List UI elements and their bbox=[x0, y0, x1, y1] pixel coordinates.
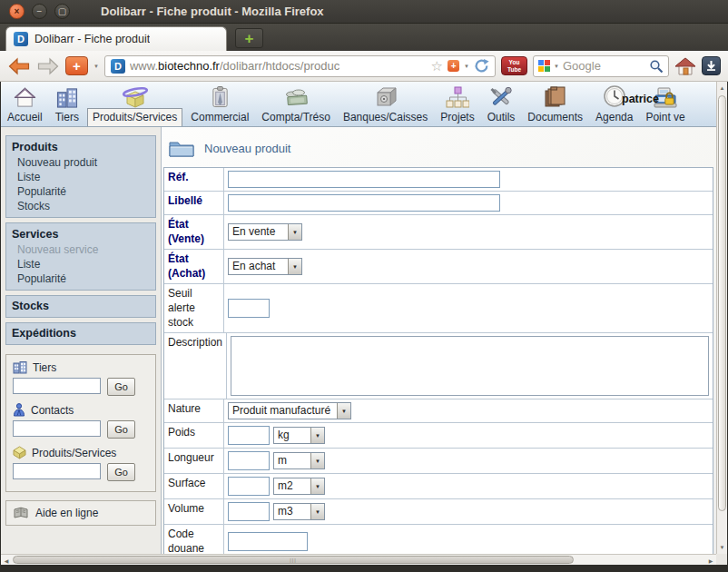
menu-tab-produits-services[interactable]: Produits/Services bbox=[87, 82, 182, 126]
menu-tab-outils[interactable]: Outils bbox=[483, 82, 520, 126]
field-volume-unit-select-arrow-icon[interactable]: ▼ bbox=[310, 504, 324, 519]
field-etat-vente-select[interactable]: En vente▼ bbox=[228, 223, 302, 241]
menu-tab-compta-treso[interactable]: Compta/Tréso bbox=[257, 82, 335, 126]
field-volume-input[interactable] bbox=[228, 502, 270, 521]
quick-search-label-contacts: Contacts bbox=[13, 403, 149, 417]
scroll-left-icon[interactable]: ◀ bbox=[1, 555, 12, 566]
browser-tab-active[interactable]: D Dolibarr - Fiche produit bbox=[5, 26, 227, 51]
menu-tab-accueil[interactable]: Accueil bbox=[3, 82, 47, 126]
quick-search-go-button-contacts[interactable]: Go bbox=[107, 420, 135, 439]
form-value-code-douane bbox=[224, 525, 713, 554]
form-value-seuil-alerte-stock bbox=[224, 284, 713, 332]
url-bar[interactable]: D www.biotechno.fr/dolibarr/htdocs/produ… bbox=[104, 55, 496, 77]
search-box[interactable]: ▼ Google bbox=[533, 55, 669, 77]
contact-icon bbox=[13, 403, 25, 417]
field-poids-unit-select[interactable]: kg▼ bbox=[273, 427, 325, 444]
help-online-link[interactable]: Aide en ligne bbox=[5, 500, 156, 526]
field-code-douane-input[interactable] bbox=[228, 532, 308, 551]
window-maximize-button[interactable]: ▢ bbox=[54, 4, 70, 19]
horizontal-scrollbar-thumb[interactable]: ||| bbox=[13, 556, 574, 564]
field-nature-select-value: Produit manufacturé bbox=[229, 403, 337, 419]
urlbar-dropdown-icon[interactable]: ▼ bbox=[464, 64, 469, 69]
field-etat-vente-select-arrow-icon[interactable]: ▼ bbox=[288, 224, 301, 240]
urlbar-plus-icon[interactable]: + bbox=[448, 60, 459, 72]
quick-search-go-button-produits-services[interactable]: Go bbox=[107, 463, 135, 481]
reload-icon[interactable] bbox=[474, 58, 489, 74]
search-engine-dropdown-icon[interactable]: ▼ bbox=[554, 64, 559, 69]
field-poids-unit-select-arrow-icon[interactable]: ▼ bbox=[310, 428, 324, 443]
field-poids-input[interactable] bbox=[228, 426, 270, 445]
menu-tab-projets[interactable]: Projets bbox=[436, 82, 478, 126]
scroll-right-icon[interactable]: ▶ bbox=[705, 555, 716, 566]
bookmark-star-icon[interactable]: ☆ bbox=[431, 59, 443, 73]
sidebar-section-expeditions: Expéditions bbox=[5, 322, 156, 345]
form-row-longueur: Longueurm▼ bbox=[164, 449, 713, 474]
dolibarr-favicon-icon: D bbox=[14, 32, 28, 46]
form-label-nature: Nature bbox=[164, 399, 224, 422]
field-surface-unit-select-value: m2 bbox=[274, 478, 310, 494]
form-row-poids: Poidskg▼ bbox=[164, 423, 713, 449]
sidebar-item-produits-popularite[interactable]: Popularité bbox=[6, 184, 155, 199]
field-description-textarea[interactable] bbox=[231, 336, 709, 396]
youtube-icon[interactable]: YouTube bbox=[501, 56, 527, 75]
field-surface-unit-select-arrow-icon[interactable]: ▼ bbox=[310, 478, 324, 494]
forward-button[interactable] bbox=[36, 56, 60, 76]
menu-tab-commercial[interactable]: Commercial bbox=[186, 82, 253, 126]
scroll-down-icon[interactable]: ▼ bbox=[717, 541, 727, 554]
sidebar-item-services-liste[interactable]: Liste bbox=[6, 257, 155, 271]
sidebar-menus: ProduitsNouveau produitListePopularitéSt… bbox=[5, 135, 156, 345]
home-button[interactable] bbox=[674, 56, 696, 76]
home-icon bbox=[13, 86, 37, 109]
quick-search-input-produits-services[interactable] bbox=[13, 463, 101, 479]
menu-tab-documents[interactable]: Documents bbox=[523, 82, 587, 126]
sidebar-item-produits-liste[interactable]: Liste bbox=[6, 170, 155, 184]
download-button[interactable] bbox=[702, 56, 721, 75]
field-libelle-input[interactable] bbox=[228, 194, 500, 212]
field-poids-unit-select-value: kg bbox=[274, 428, 310, 443]
scroll-up-icon[interactable]: ▲ bbox=[717, 82, 727, 94]
field-nature-select-arrow-icon[interactable]: ▼ bbox=[337, 403, 350, 419]
quick-search-input-tiers[interactable] bbox=[13, 378, 101, 394]
horizontal-scrollbar[interactable]: ◀ ||| ▶ bbox=[1, 554, 716, 565]
sidebar-item-produits-nouveau-produit[interactable]: Nouveau produit bbox=[6, 155, 155, 170]
back-button[interactable] bbox=[7, 56, 31, 76]
field-surface-unit-select[interactable]: m2▼ bbox=[273, 478, 325, 495]
menu-tab-banques-caisses[interactable]: Banques/Caisses bbox=[339, 82, 432, 126]
form-value-surface: m2▼ bbox=[224, 474, 713, 498]
window-minimize-button[interactable]: − bbox=[32, 4, 47, 19]
vertical-scrollbar-thumb[interactable] bbox=[718, 95, 726, 511]
sidebar-section-title-services[interactable]: Services bbox=[6, 226, 155, 242]
sidebar-section-title-stocks[interactable]: Stocks bbox=[6, 298, 155, 314]
field-surface-input[interactable] bbox=[228, 477, 270, 496]
quick-search-input-contacts[interactable] bbox=[13, 420, 101, 437]
field-etat-achat-select-arrow-icon[interactable]: ▼ bbox=[288, 259, 301, 274]
help-book-icon bbox=[13, 507, 29, 519]
field-nature-select[interactable]: Produit manufacturé▼ bbox=[228, 402, 351, 419]
form-value-longueur: m▼ bbox=[224, 449, 713, 473]
form-value-description bbox=[227, 333, 713, 399]
projects-icon bbox=[446, 85, 469, 109]
field-longueur-unit-select[interactable]: m▼ bbox=[273, 452, 325, 469]
product-cube-icon bbox=[13, 446, 26, 459]
sidebar-section-title-expeditions[interactable]: Expéditions bbox=[6, 325, 155, 341]
form-label-libelle: Libellé bbox=[164, 192, 224, 214]
toolbar-plus-dropdown-icon[interactable]: ▼ bbox=[93, 64, 99, 69]
field-ref-input[interactable] bbox=[228, 171, 500, 188]
window-close-button[interactable]: × bbox=[9, 4, 25, 19]
quick-search-go-button-tiers[interactable]: Go bbox=[107, 378, 135, 396]
bank-safe-icon bbox=[373, 85, 398, 109]
vertical-scrollbar[interactable]: ▲ ▼ bbox=[716, 82, 727, 554]
sidebar-item-produits-stocks[interactable]: Stocks bbox=[6, 199, 155, 213]
toolbar-plus-button[interactable]: + bbox=[65, 56, 88, 75]
menu-tab-tiers[interactable]: Tiers bbox=[51, 82, 84, 126]
sidebar-section-title-produits[interactable]: Produits bbox=[6, 139, 155, 155]
field-seuil-alerte-stock-input[interactable] bbox=[228, 299, 270, 318]
field-volume-unit-select[interactable]: m3▼ bbox=[273, 503, 325, 520]
form-label-ref: Réf. bbox=[164, 168, 224, 191]
field-longueur-input[interactable] bbox=[228, 451, 270, 470]
field-etat-achat-select[interactable]: En achat▼ bbox=[228, 258, 302, 275]
magnifier-icon[interactable] bbox=[649, 59, 664, 74]
new-tab-button[interactable]: + bbox=[235, 28, 263, 48]
sidebar-item-services-popularite[interactable]: Popularité bbox=[6, 271, 155, 286]
field-longueur-unit-select-arrow-icon[interactable]: ▼ bbox=[310, 453, 324, 468]
